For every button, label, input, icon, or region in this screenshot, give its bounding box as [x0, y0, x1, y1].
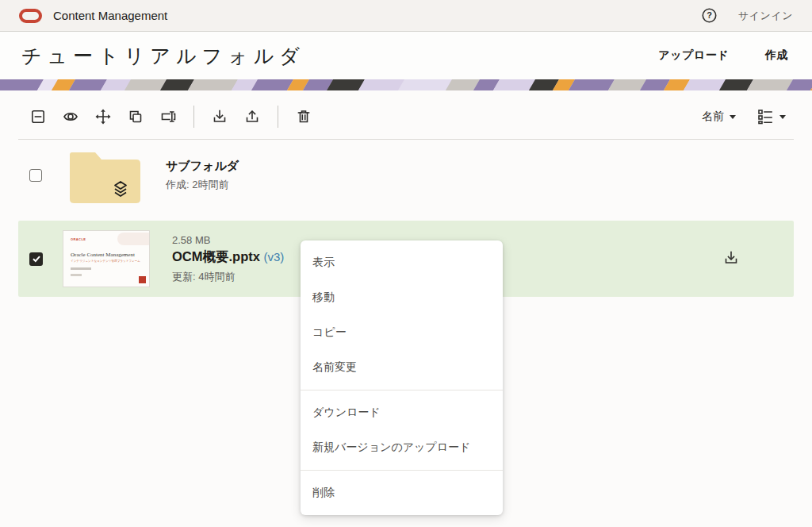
- content-management-app: Content Management ? サインイン チュートリアルフォルダ ア…: [0, 0, 812, 527]
- menu-item-view[interactable]: 表示: [301, 245, 503, 280]
- toolbar-separator: [193, 106, 194, 128]
- file-row-checkbox[interactable]: [29, 252, 43, 266]
- page-header: チュートリアルフォルダ アップロード 作成: [0, 32, 812, 79]
- create-button[interactable]: 作成: [765, 48, 788, 63]
- chevron-down-icon: [730, 115, 736, 119]
- file-info: 2.58 MB OCM概要.pptx (v3) 更新: 4時間前: [172, 234, 284, 284]
- download-icon: [723, 250, 739, 266]
- file-version-badge[interactable]: (v3): [264, 250, 285, 264]
- folder-row-checkbox[interactable]: [29, 169, 42, 182]
- upload-button-toolbar[interactable]: [243, 108, 261, 125]
- items-toolbar: 名前: [0, 90, 812, 137]
- top-bar-actions: ? サインイン: [701, 7, 793, 24]
- svg-text:?: ?: [707, 10, 712, 20]
- toolbar-icon-group: [29, 106, 312, 128]
- thumbnail-text-bar: [71, 274, 82, 276]
- file-meta: 更新: 4時間前: [172, 270, 284, 284]
- menu-item-copy[interactable]: コピー: [301, 315, 503, 350]
- delete-button[interactable]: [295, 108, 312, 125]
- copy-icon: [128, 109, 144, 125]
- thumbnail-logo-mark: [139, 276, 146, 283]
- copy-button[interactable]: [127, 108, 144, 125]
- context-menu-group: ダウンロード 新規バージョンのアップロード: [301, 390, 503, 470]
- oracle-logo-icon: [19, 9, 42, 23]
- top-bar: Content Management ? サインイン: [0, 0, 812, 32]
- banner-pattern: [0, 79, 812, 90]
- rename-button[interactable]: [159, 108, 177, 125]
- thumbnail-cloud-decoration: [117, 233, 150, 245]
- upload-icon: [244, 109, 260, 125]
- sort-label: 名前: [702, 110, 724, 124]
- menu-item-rename[interactable]: 名前変更: [301, 350, 503, 385]
- file-thumbnail[interactable]: ORACLE Oracle Content Management インテリジェン…: [63, 230, 150, 287]
- thumbnail-title: Oracle Content Management: [71, 252, 135, 258]
- view-button[interactable]: [62, 108, 79, 125]
- row-download-button[interactable]: [722, 250, 740, 267]
- folder-name[interactable]: サブフォルダ: [166, 159, 239, 174]
- select-none-button[interactable]: [29, 108, 47, 125]
- thumbnail-text-bar: [71, 267, 91, 270]
- check-icon: [32, 254, 41, 264]
- move-icon: [95, 109, 111, 125]
- page-actions: アップロード 作成: [658, 48, 788, 63]
- folder-meta: 作成: 2時間前: [166, 178, 239, 192]
- list-item-folder[interactable]: サブフォルダ 作成: 2時間前: [18, 140, 794, 211]
- menu-item-move[interactable]: 移動: [301, 280, 503, 315]
- toolbar-right: 名前: [702, 108, 786, 125]
- view-icon: [63, 109, 79, 125]
- delete-icon: [296, 109, 312, 125]
- toolbar-separator: [278, 106, 278, 128]
- menu-item-download[interactable]: ダウンロード: [301, 395, 503, 430]
- rename-icon: [160, 109, 176, 125]
- folder-info: サブフォルダ 作成: 2時間前: [166, 159, 239, 192]
- view-switcher-dropdown[interactable]: [756, 108, 786, 125]
- menu-item-upload-new-version[interactable]: 新規バージョンのアップロード: [301, 430, 503, 465]
- sign-in-link[interactable]: サインイン: [738, 9, 793, 23]
- sort-dropdown[interactable]: 名前: [702, 110, 736, 124]
- file-size: 2.58 MB: [172, 234, 284, 246]
- move-button[interactable]: [94, 108, 112, 125]
- file-name[interactable]: OCM概要.pptx (v3): [172, 248, 284, 266]
- select-none-icon: [30, 109, 46, 125]
- upload-button[interactable]: アップロード: [658, 48, 729, 63]
- help-icon[interactable]: ?: [701, 7, 718, 24]
- page-title: チュートリアルフォルダ: [21, 43, 305, 69]
- menu-item-delete[interactable]: 削除: [301, 475, 503, 510]
- context-menu-group: 表示 移動 コピー 名前変更: [301, 240, 503, 390]
- list-view-icon: [756, 108, 774, 125]
- context-menu: 表示 移動 コピー 名前変更 ダウンロード 新規バージョンのアップロード 削除: [301, 240, 503, 515]
- app-title: Content Management: [53, 9, 167, 22]
- context-menu-group: 削除: [301, 470, 503, 515]
- download-button[interactable]: [211, 108, 228, 125]
- folder-icon[interactable]: [67, 147, 144, 204]
- thumbnail-subtitle: インテリジェントなコンテンツ管理プラットフォーム: [71, 260, 140, 263]
- chevron-down-icon: [779, 115, 786, 119]
- download-icon: [212, 109, 228, 125]
- thumbnail-brand: ORACLE: [71, 237, 86, 241]
